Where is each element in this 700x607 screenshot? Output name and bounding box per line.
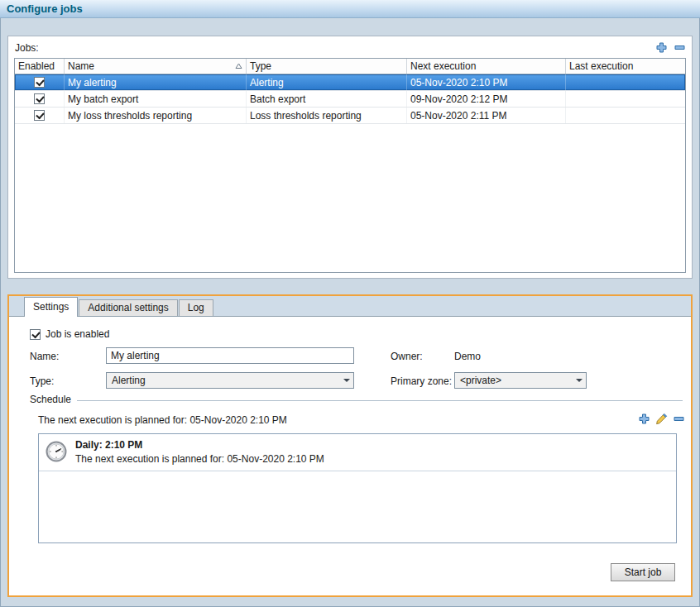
column-header-next-execution[interactable]: Next execution <box>407 59 566 74</box>
column-header-type[interactable]: Type <box>247 59 407 74</box>
enabled-checkbox[interactable] <box>34 93 45 104</box>
schedule-item-title: Daily: 2:10 PM <box>75 438 324 452</box>
schedule-list: Daily: 2:10 PM The next execution is pla… <box>38 433 677 543</box>
job-last-execution-cell <box>566 108 685 123</box>
type-select[interactable]: Alerting <box>106 372 354 389</box>
group-divider <box>77 400 683 401</box>
schedule-group-label: Schedule <box>30 394 71 405</box>
remove-job-icon[interactable] <box>674 42 685 53</box>
job-name-cell: My batch export <box>65 91 247 107</box>
primary-zone-label: Primary zone: <box>391 375 452 387</box>
owner-value: Demo <box>454 351 481 362</box>
column-header-name[interactable]: Name <box>65 59 247 74</box>
job-enabled-checkbox-row: Job is enabled <box>30 328 109 340</box>
job-enabled-checkbox[interactable] <box>30 329 41 340</box>
job-type-cell: Batch export <box>247 91 407 107</box>
jobs-toolbar <box>656 42 685 53</box>
job-next-execution-cell: 05-Nov-2020 2:11 PM <box>407 108 566 123</box>
remove-schedule-icon[interactable] <box>674 413 684 424</box>
table-row[interactable]: My batch export Batch export 09-Nov-2020… <box>15 91 685 108</box>
tab-additional-settings[interactable]: Additional settings <box>79 299 177 316</box>
enabled-checkbox[interactable] <box>34 77 45 88</box>
job-type-cell: Loss thresholds reporting <box>247 108 407 123</box>
owner-label: Owner: <box>391 351 423 362</box>
schedule-next-execution-text: The next execution is planned for: 05-No… <box>38 414 287 426</box>
chevron-down-icon <box>339 373 353 388</box>
column-header-enabled[interactable]: Enabled <box>15 59 65 74</box>
primary-zone-select[interactable]: <private> <box>454 372 587 389</box>
schedule-item-subtitle: The next execution is planned for: 05-No… <box>75 452 324 466</box>
clock-icon <box>46 441 67 465</box>
job-last-execution-cell <box>566 74 685 90</box>
job-settings-panel: Settings Additional settings Log Job is … <box>7 294 693 597</box>
schedule-toolbar <box>639 413 684 425</box>
jobs-table: Enabled Name Type Next execution Last ex… <box>14 58 686 273</box>
schedule-group-header: Schedule <box>30 394 683 405</box>
window-title: Configure jobs <box>7 2 83 15</box>
schedule-item-text: Daily: 2:10 PM The next execution is pla… <box>75 438 324 466</box>
name-label: Name: <box>30 351 59 362</box>
job-name-cell: My loss thresholds reporting <box>65 108 247 123</box>
primary-zone-select-value: <private> <box>460 375 501 386</box>
job-next-execution-cell: 09-Nov-2020 2:12 PM <box>407 91 566 107</box>
tab-settings[interactable]: Settings <box>24 297 78 317</box>
job-type-cell: Alerting <box>247 74 407 90</box>
job-name-cell: My alerting <box>65 74 247 90</box>
start-job-button[interactable]: Start job <box>611 563 675 581</box>
chevron-down-icon <box>572 373 586 388</box>
enabled-checkbox[interactable] <box>34 110 45 121</box>
job-enabled-label: Job is enabled <box>46 328 109 340</box>
settings-tab-content: Job is enabled Name: Owner: Demo Type: A… <box>9 316 691 595</box>
settings-tabstrip: Settings Additional settings Log <box>9 296 691 316</box>
column-header-last-execution[interactable]: Last execution <box>566 59 685 74</box>
add-job-icon[interactable] <box>656 42 667 53</box>
name-input[interactable] <box>106 347 354 364</box>
tab-log[interactable]: Log <box>179 299 213 316</box>
jobs-table-header: Enabled Name Type Next execution Last ex… <box>15 59 685 74</box>
jobs-label: Jobs: <box>15 42 39 54</box>
edit-schedule-icon[interactable] <box>655 413 668 425</box>
type-select-value: Alerting <box>112 375 146 386</box>
schedule-list-item[interactable]: Daily: 2:10 PM The next execution is pla… <box>39 434 676 471</box>
job-next-execution-cell: 05-Nov-2020 2:10 PM <box>407 74 566 90</box>
job-last-execution-cell <box>566 91 685 107</box>
add-schedule-icon[interactable] <box>639 413 650 424</box>
jobs-panel: Jobs: Enabled Name Type Next execution L… <box>7 36 693 279</box>
sort-ascending-icon <box>235 60 242 72</box>
window-titlebar: Configure jobs <box>0 0 700 18</box>
type-label: Type: <box>30 375 54 387</box>
table-row[interactable]: My alerting Alerting 05-Nov-2020 2:10 PM <box>15 74 685 91</box>
table-row[interactable]: My loss thresholds reporting Loss thresh… <box>15 108 685 124</box>
